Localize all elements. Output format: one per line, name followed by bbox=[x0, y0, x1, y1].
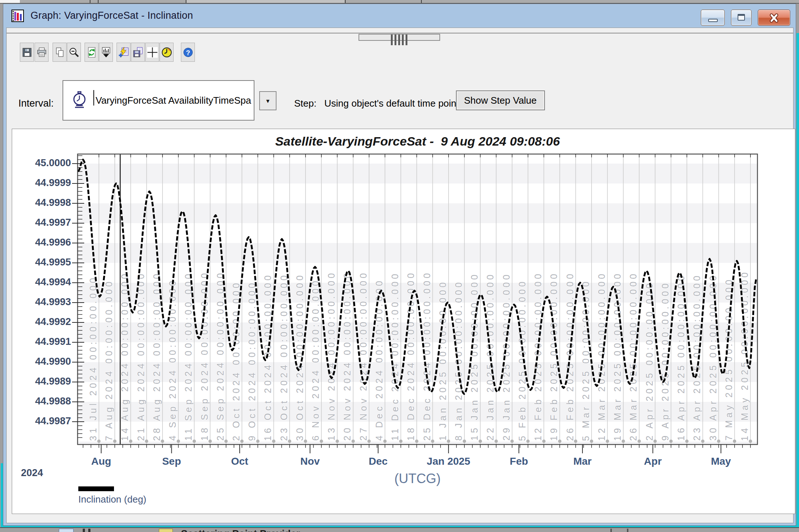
x-axis-unit-label: (UTCG) bbox=[395, 471, 441, 486]
bar-graph-icon bbox=[11, 9, 25, 23]
divider bbox=[98, 0, 99, 3]
divider bbox=[421, 0, 422, 3]
print-button[interactable] bbox=[35, 43, 49, 62]
y-tick-label: 44.9989 bbox=[16, 376, 71, 387]
background-icon bbox=[59, 529, 74, 532]
y-tick-label: 44.9994 bbox=[16, 276, 71, 288]
minimize-icon bbox=[708, 19, 718, 22]
save-button[interactable] bbox=[20, 43, 34, 62]
refresh-report-button[interactable] bbox=[85, 43, 99, 62]
y-tick-label: 44.9998 bbox=[16, 197, 71, 208]
export-graph-button[interactable] bbox=[99, 43, 113, 62]
month-label: Oct bbox=[231, 456, 248, 467]
refresh-page-icon bbox=[86, 47, 97, 58]
month-label: Apr bbox=[644, 456, 661, 467]
inclination-series-line bbox=[78, 160, 756, 394]
splitter-handle-bar[interactable] bbox=[398, 35, 400, 45]
background-window-fragment bbox=[0, 0, 20, 3]
splitter-handle-bar[interactable] bbox=[395, 35, 396, 45]
month-label: Nov bbox=[300, 456, 320, 467]
y-tick-label: 44.9990 bbox=[16, 356, 71, 367]
step-value-text: Using object's default time points bbox=[324, 98, 464, 109]
lightning-add-icon bbox=[118, 47, 129, 58]
save-report-data-button[interactable] bbox=[131, 43, 145, 62]
window-glow-right bbox=[796, 33, 799, 527]
y-tick-label: 44.9997 bbox=[16, 217, 71, 228]
interval-combobox[interactable]: VaryingForceSat AvailabilityTimeSpa bbox=[63, 80, 254, 121]
splitter-handle-bar[interactable] bbox=[406, 35, 407, 45]
crosshair-icon bbox=[147, 47, 158, 58]
month-label: Jan 2025 bbox=[427, 456, 470, 467]
interval-dropdown-button[interactable]: ▼ bbox=[259, 91, 277, 110]
svg-text:?: ? bbox=[186, 49, 190, 56]
divider bbox=[610, 529, 612, 532]
save-data-icon bbox=[132, 47, 144, 58]
y-tick-label: 44.9987 bbox=[16, 415, 71, 427]
help-icon: ? bbox=[182, 47, 194, 58]
step-label: Step: bbox=[294, 98, 317, 109]
minimize-button[interactable] bbox=[701, 10, 725, 26]
splitter-handle-bar[interactable] bbox=[391, 35, 393, 45]
copy-icon bbox=[54, 47, 65, 58]
y-tick-label: 44.9995 bbox=[16, 257, 71, 268]
legend-label: Inclination (deg) bbox=[78, 494, 146, 505]
maximize-icon bbox=[738, 14, 745, 21]
close-button[interactable] bbox=[758, 10, 790, 26]
divider bbox=[90, 0, 90, 3]
background-window-fragment bbox=[186, 0, 345, 3]
background-window-text: Scattering Point Provider bbox=[181, 528, 300, 532]
y-tick-label: 44.9992 bbox=[16, 316, 71, 328]
clock-icon bbox=[161, 47, 172, 58]
interval-value[interactable]: VaryingForceSat AvailabilityTimeSpa bbox=[96, 81, 252, 120]
magnifier-minus-icon bbox=[68, 47, 80, 58]
print-icon bbox=[36, 47, 47, 58]
divider bbox=[186, 0, 186, 3]
maximize-button[interactable] bbox=[731, 10, 752, 26]
y-tick-label: 45.0000 bbox=[16, 157, 71, 169]
month-label: Dec bbox=[369, 456, 388, 467]
text-caret bbox=[93, 90, 94, 106]
add-data-provider-button[interactable] bbox=[117, 43, 131, 62]
help-button[interactable]: ? bbox=[181, 43, 195, 62]
y-tick-label: 44.9999 bbox=[16, 177, 71, 189]
year-label: 2024 bbox=[21, 467, 43, 479]
title-bar[interactable]: Graph: VaryingForceSat - Inclination bbox=[3, 4, 796, 28]
save-icon bbox=[21, 47, 33, 58]
splitter-handle-bar[interactable] bbox=[402, 35, 404, 45]
close-icon bbox=[768, 13, 780, 24]
background-window-bottom: Scattering Point Provider bbox=[0, 527, 799, 532]
show-step-value-label: Show Step Value bbox=[464, 95, 537, 106]
time-properties-button[interactable] bbox=[160, 43, 174, 62]
chevron-down-icon: ▼ bbox=[265, 98, 271, 104]
chart-panel: Satellite-VaryingForceSat - 9 Aug 2024 0… bbox=[12, 129, 795, 514]
crosshair-button[interactable] bbox=[145, 43, 159, 62]
y-tick-label: 44.9996 bbox=[16, 237, 71, 248]
y-tick-label: 44.9993 bbox=[16, 296, 71, 308]
graph-export-icon bbox=[100, 47, 112, 58]
copy-button[interactable] bbox=[53, 43, 67, 62]
interval-label: Interval: bbox=[18, 98, 54, 109]
background-window-top-edge bbox=[0, 0, 799, 4]
window-title: Graph: VaryingForceSat - Inclination bbox=[31, 10, 193, 21]
month-label: May bbox=[711, 456, 731, 467]
legend-line-sample bbox=[78, 486, 114, 491]
rebar-edge bbox=[7, 33, 793, 33]
month-label: Mar bbox=[573, 456, 592, 467]
folder-icon bbox=[159, 529, 173, 532]
show-step-value-button[interactable]: Show Step Value bbox=[456, 90, 545, 110]
y-tick-label: 44.9988 bbox=[16, 396, 71, 407]
month-label: Aug bbox=[91, 456, 111, 467]
graph-window: Graph: VaryingForceSat - Inclination ? I… bbox=[3, 4, 796, 526]
month-label: Sep bbox=[162, 456, 181, 467]
client-area: ? Interval: VaryingForceSat Availability… bbox=[6, 28, 793, 523]
interval-clock-icon bbox=[71, 91, 88, 111]
y-tick-label: 44.9991 bbox=[16, 336, 71, 347]
divider bbox=[88, 529, 90, 532]
chart-overlay bbox=[12, 129, 795, 514]
divider bbox=[345, 0, 346, 3]
month-label: Feb bbox=[510, 456, 528, 467]
zoom-out-button[interactable] bbox=[67, 43, 81, 62]
divider bbox=[83, 529, 85, 532]
screen: Graph: VaryingForceSat - Inclination ? I… bbox=[0, 0, 799, 532]
divider bbox=[627, 529, 628, 532]
